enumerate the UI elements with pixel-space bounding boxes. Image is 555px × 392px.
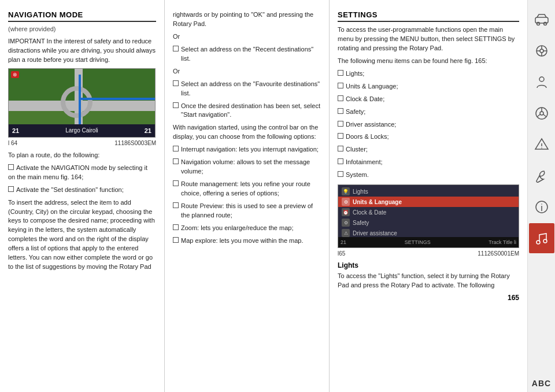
menu-item-system: System.: [338, 171, 519, 180]
right-section-title: SETTINGS: [338, 10, 519, 22]
right-check1: [338, 70, 343, 76]
clock-menu-icon: ⏰: [342, 208, 350, 216]
settings-lights-label: Lights: [353, 188, 368, 195]
mid-check7: [173, 202, 179, 208]
sidebar-person-icon[interactable]: [529, 67, 554, 97]
mid-check8: [173, 224, 179, 230]
mid-check4: [173, 146, 179, 151]
sidebar-info-icon[interactable]: [529, 192, 554, 222]
mid-bullet9: Map explore: lets you move within the ma…: [173, 236, 321, 246]
svg-point-16: [541, 147, 542, 149]
safety-menu-icon: ⚙: [342, 219, 350, 227]
settings-bottom-left: 21: [341, 239, 346, 245]
mid-check9: [173, 237, 179, 243]
abc-label: ABC: [529, 375, 554, 392]
sidebar-car-icon[interactable]: [529, 5, 554, 35]
nav-road-label: Largo Cairoli: [19, 127, 145, 134]
mid-paragraph2: With navigation started, using the contr…: [173, 123, 321, 142]
right-check7: [338, 146, 343, 151]
sidebar-wrench-icon[interactable]: [529, 161, 554, 191]
nav-image-caption: l 64 11186S0003EM: [8, 140, 156, 146]
nav-caption-right: 11186S0003EM: [114, 140, 156, 146]
settings-caption-right: 11126S0001EM: [478, 250, 519, 257]
settings-bottom-center: SETTINGS: [405, 239, 431, 245]
settings-item-safety: ⚙ Safety: [338, 217, 519, 228]
nav-caption-left: l 64: [8, 140, 17, 146]
right-check3: [338, 95, 343, 101]
sidebar-music-icon[interactable]: [529, 223, 554, 253]
driver-menu-icon: ⚠: [342, 229, 350, 237]
left-bullet2: Activate the "Set destination" function;: [8, 186, 156, 195]
settings-image-caption: l65 11126S0001EM: [338, 250, 519, 257]
svg-point-4: [540, 49, 543, 53]
settings-driver-label: Driver assistance: [353, 230, 397, 236]
left-column: NAVIGATION MODE (where provided) IMPORTA…: [0, 0, 165, 392]
settings-clock-label: Clock & Date: [353, 209, 386, 216]
right-check5: [338, 121, 343, 127]
sidebar-steering-icon[interactable]: [529, 98, 554, 128]
settings-item-units: ⊙ Units & Language: [338, 197, 519, 207]
menu-item-clock: Clock & Date;: [338, 95, 519, 104]
right-check8: [338, 158, 343, 164]
middle-column: rightwards or by pointing to "OK" and pr…: [165, 0, 330, 392]
svg-point-21: [543, 239, 547, 243]
mid-check2: [173, 80, 179, 86]
mid-bullet1: Select an address on the "Recent destina…: [173, 45, 321, 64]
lights-text: To access the "Lights" function, select …: [338, 272, 519, 290]
mid-bullet3: Once the desired destination has been se…: [173, 102, 321, 120]
mid-bullet8: Zoom: lets you enlarge/reduce the map;: [173, 224, 321, 233]
settings-bottom-bar: 21 SETTINGS Track Title li: [338, 237, 519, 247]
settings-caption-left: l65: [338, 250, 345, 257]
lights-menu-icon: 💡: [342, 187, 350, 195]
main-content: NAVIGATION MODE (where provided) IMPORTA…: [0, 0, 555, 392]
left-section-title: NAVIGATION MODE: [8, 10, 156, 22]
settings-item-lights: 💡 Lights: [338, 186, 519, 197]
right-check2: [338, 83, 343, 88]
lights-heading: Lights: [338, 261, 519, 269]
mid-bullet5: Navigation volume: allows to set the mes…: [173, 158, 321, 176]
right-check6: [338, 133, 343, 139]
right-column: SETTINGS To access the user-programmable…: [330, 0, 527, 392]
svg-line-14: [543, 114, 546, 117]
svg-point-2: [543, 23, 546, 25]
sidebar-media-icon[interactable]: [529, 36, 554, 66]
mid-check6: [173, 180, 179, 186]
left-subtitle: (where provided): [8, 25, 156, 32]
settings-image: 💡 Lights ⊙ Units & Language ⏰ Clock & Da…: [338, 184, 519, 248]
mid-check3: [173, 102, 179, 108]
svg-point-11: [540, 112, 543, 115]
sidebar-warning-icon[interactable]: [529, 130, 554, 160]
mid-bullet4: Interrupt navigation: lets you interrupt…: [173, 145, 321, 154]
left-paragraph2: To plan a route, do the following:: [8, 151, 156, 160]
settings-item-clock: ⏰ Clock & Date: [338, 207, 519, 217]
mid-check5: [173, 158, 179, 164]
mid-paragraph1: rightwards or by pointing to "OK" and pr…: [173, 10, 321, 29]
sidebar-icons: ABC: [527, 0, 555, 392]
units-menu-icon: ⊙: [342, 198, 350, 206]
page-number-area: 165: [338, 294, 519, 302]
mid-check1: [173, 46, 179, 51]
mid-or2: Or: [173, 67, 321, 76]
menu-item-safety: Safety;: [338, 108, 519, 117]
svg-point-9: [539, 77, 544, 82]
right-paragraph1: To access the user-programmable function…: [338, 25, 519, 53]
svg-point-20: [536, 241, 540, 244]
mid-bullet6: Route management: lets you refine your r…: [173, 180, 321, 198]
nav-image: ⊗ 21 Largo Cairoli 21: [8, 68, 156, 138]
menu-item-driver: Driver assistance;: [338, 120, 519, 130]
bullet-check-icon2: [8, 186, 14, 192]
bullet-check-icon: [8, 164, 14, 170]
right-check9: [338, 171, 343, 177]
menu-item-infotainment: Infotainment;: [338, 158, 519, 167]
menu-item-cluster: Cluster;: [338, 145, 519, 154]
svg-point-19: [541, 204, 542, 205]
right-paragraph2: The following menu items can be found he…: [338, 57, 519, 66]
nav-number-left: 21: [12, 127, 19, 134]
svg-line-13: [537, 114, 540, 117]
menu-item-doors: Doors & Locks;: [338, 132, 519, 142]
page-number: 165: [338, 294, 519, 302]
nav-number-right: 21: [145, 127, 151, 134]
left-paragraph3: To insert the address, select the item t…: [8, 198, 156, 272]
left-bullet1: Activate the NAVIGATION mode by selectin…: [8, 164, 156, 182]
mid-or1: Or: [173, 32, 321, 42]
